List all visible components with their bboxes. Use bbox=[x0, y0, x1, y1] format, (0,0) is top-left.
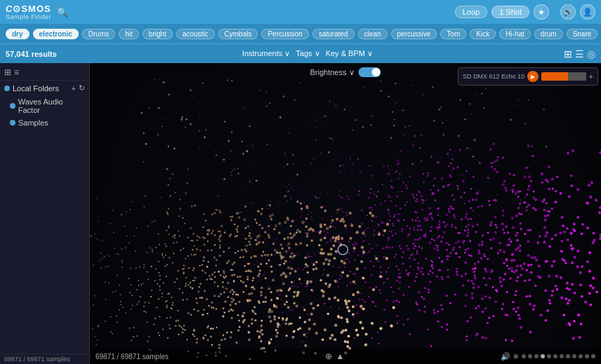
canvas-area[interactable]: Brightness ∨ SD DMX 612 Echo 10 ▶ + 6987… bbox=[90, 63, 601, 364]
brightness-label[interactable]: Brightness ∨ bbox=[310, 68, 354, 77]
sidebar-icon-btn-2[interactable]: ≡ bbox=[14, 67, 19, 77]
local-folders-header[interactable]: Local Folders + ↻ bbox=[0, 81, 89, 95]
toggle-knob bbox=[372, 68, 381, 76]
playback-dot-11 bbox=[591, 354, 595, 358]
right-icons: 🔊 👤 bbox=[560, 4, 595, 20]
playback-dot-6 bbox=[560, 354, 564, 358]
tag-tom[interactable]: Tom bbox=[440, 29, 466, 39]
results-count: 57,041 results bbox=[6, 50, 57, 58]
local-folders-dot bbox=[4, 86, 10, 91]
brightness-toggle[interactable] bbox=[359, 67, 381, 77]
waves-dot bbox=[10, 103, 15, 109]
player-add-button[interactable]: + bbox=[589, 72, 593, 81]
bottom-volume-icon: 🔊 bbox=[501, 352, 510, 361]
waves-label: Waves Audio Factor bbox=[18, 97, 85, 114]
bottom-center-icon1[interactable]: ⊕ bbox=[325, 351, 332, 361]
tag-acoustic[interactable]: acoustic bbox=[176, 29, 215, 39]
scatter-view-button[interactable]: ◎ bbox=[587, 48, 595, 60]
filter-menus: Instruments ∨ Tags ∨ Key & BPM ∨ bbox=[242, 49, 373, 58]
samples-label: Samples bbox=[18, 119, 48, 127]
sample-player-name-label: SD DMX 612 Echo 10 bbox=[463, 73, 524, 80]
playback-dots bbox=[522, 354, 595, 358]
player-play-button[interactable]: ▶ bbox=[527, 71, 539, 82]
sidebar-item-samples[interactable]: Samples bbox=[0, 116, 89, 129]
main-area: ⊞ ≡ Local Folders + ↻ Waves Audio Factor… bbox=[0, 63, 601, 364]
tag-dry[interactable]: dry bbox=[6, 29, 29, 39]
brightness-control: Brightness ∨ bbox=[310, 67, 381, 77]
sidebar: ⊞ ≡ Local Folders + ↻ Waves Audio Factor… bbox=[0, 63, 90, 364]
filter-bar: 57,041 results Instruments ∨ Tags ∨ Key … bbox=[0, 43, 601, 63]
sample-count: 69871 / 69871 samples bbox=[95, 353, 169, 360]
tag-drum[interactable]: drum bbox=[534, 29, 563, 39]
player-waveform bbox=[541, 72, 586, 81]
tag-percussion[interactable]: Percussion bbox=[261, 29, 308, 39]
playback-dot-7 bbox=[566, 354, 570, 358]
volume-button[interactable]: 🔊 bbox=[560, 4, 576, 20]
tags-filter[interactable]: Tags ∨ bbox=[296, 49, 319, 58]
local-folders-refresh[interactable]: ↻ bbox=[79, 83, 85, 93]
grid-view-button[interactable]: ⊞ bbox=[564, 48, 572, 60]
top-controls: Loop 1 Shot ★ bbox=[455, 4, 549, 20]
tag-percussive[interactable]: percussive bbox=[391, 29, 437, 39]
playback-dot-5 bbox=[553, 354, 557, 358]
list-view-button[interactable]: ☰ bbox=[575, 48, 584, 60]
sidebar-icon-btn-1[interactable]: ⊞ bbox=[4, 67, 11, 77]
search-button[interactable]: 🔍 bbox=[57, 7, 68, 18]
view-icons: ⊞ ☰ ◎ bbox=[564, 48, 595, 60]
playback-dot-2 bbox=[534, 354, 539, 358]
bottom-center: ⊕ ▲ bbox=[325, 351, 345, 361]
instruments-filter[interactable]: Instruments ∨ bbox=[242, 49, 291, 58]
star-button[interactable]: ★ bbox=[534, 4, 549, 20]
sidebar-count: 69871 / 69871 samples bbox=[4, 356, 70, 363]
playback-dot-0 bbox=[522, 354, 526, 358]
playback-dot-1 bbox=[528, 354, 532, 358]
tag-hi-hat[interactable]: Hi-hat bbox=[499, 29, 531, 39]
playback-dot-8 bbox=[572, 354, 576, 358]
playback-dot-3 bbox=[541, 354, 545, 358]
app-subtitle: Sample Finder bbox=[6, 14, 51, 20]
tag-electronic[interactable]: electronic bbox=[33, 29, 79, 39]
top-bar: C⊙SMOS Sample Finder 🔍 Loop 1 Shot ★ 🔊 👤 bbox=[0, 0, 601, 24]
samples-dot bbox=[10, 120, 15, 126]
sidebar-top: ⊞ ≡ bbox=[0, 63, 89, 81]
canvas-bottom: 69871 / 69871 samples ⊕ ▲ 🔊 ⊗ bbox=[90, 349, 601, 364]
local-folders-add[interactable]: + bbox=[72, 84, 76, 93]
scatter-plot[interactable] bbox=[90, 63, 601, 364]
tag-hit[interactable]: hit bbox=[119, 29, 139, 39]
account-button[interactable]: 👤 bbox=[580, 4, 595, 20]
playback-dot-9 bbox=[579, 354, 583, 358]
tags-bar: dryelectronicDrumshitbrightacousticCymba… bbox=[0, 24, 601, 43]
tag-bright[interactable]: bright bbox=[143, 29, 173, 39]
tag-saturated[interactable]: saturated bbox=[312, 29, 355, 39]
tag-drums[interactable]: Drums bbox=[82, 29, 115, 39]
app-logo: C⊙SMOS Sample Finder bbox=[6, 4, 51, 20]
tag-cymbals[interactable]: Cymbals bbox=[218, 29, 258, 39]
sidebar-status: 69871 / 69871 samples bbox=[0, 353, 89, 364]
one-shot-button[interactable]: 1 Shot bbox=[491, 6, 529, 18]
local-folders-label: Local Folders bbox=[13, 84, 69, 93]
key-bpm-filter[interactable]: Key & BPM ∨ bbox=[326, 49, 373, 58]
bottom-center-icon2[interactable]: ▲ bbox=[336, 351, 345, 361]
tag-snare[interactable]: Snare bbox=[567, 29, 598, 39]
loop-button[interactable]: Loop bbox=[455, 6, 487, 18]
tag-kick[interactable]: Kick bbox=[470, 29, 496, 39]
playback-dot-10 bbox=[585, 354, 589, 358]
sample-player: SD DMX 612 Echo 10 ▶ + bbox=[458, 67, 598, 86]
sidebar-item-waves[interactable]: Waves Audio Factor bbox=[0, 95, 89, 116]
bottom-right: 🔊 ⊗ bbox=[501, 352, 595, 361]
tag-clean[interactable]: clean bbox=[358, 29, 388, 39]
bottom-volume-label: ⊗ bbox=[513, 353, 519, 360]
playback-dot-4 bbox=[547, 354, 551, 358]
